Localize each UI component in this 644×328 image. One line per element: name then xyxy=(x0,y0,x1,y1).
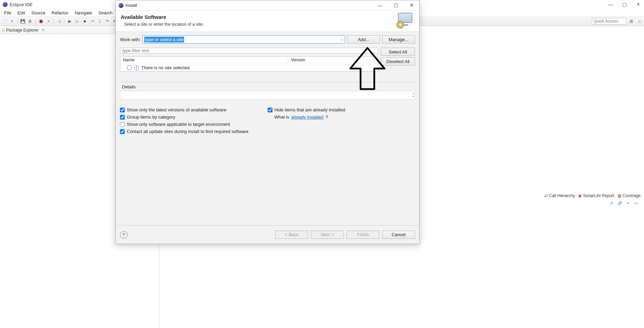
run-last-icon[interactable]: ▷ xyxy=(74,18,80,24)
menu-file[interactable]: File xyxy=(1,10,14,16)
menu-edit[interactable]: Edit xyxy=(15,10,28,16)
back-icon[interactable]: ◁ xyxy=(56,18,62,24)
step-icon[interactable]: ⤵ xyxy=(97,18,103,24)
java-perspective-icon[interactable]: ♨ xyxy=(636,18,643,24)
check-target-env[interactable]: Show only software applicable to target … xyxy=(120,122,268,127)
dialog-title: Install xyxy=(125,3,137,8)
eclipse-icon xyxy=(3,2,8,7)
dialog-maximize-button[interactable]: ☐ xyxy=(391,2,401,9)
dialog-close-button[interactable]: × xyxy=(407,2,416,9)
menu-chevron-icon[interactable]: ▾ xyxy=(625,200,631,206)
install-dialog: Install — ☐ × Available Software Select … xyxy=(116,0,420,244)
cancel-button[interactable]: Cancel xyxy=(382,231,415,239)
eclipse-title: Eclipse IDE xyxy=(10,2,33,7)
new-icon[interactable]: 📄 xyxy=(1,18,8,24)
run-icon[interactable]: ▶ xyxy=(66,18,73,24)
add-button[interactable]: Add... xyxy=(347,35,380,44)
dialog-heading: Available Software xyxy=(121,14,414,20)
finish-button: Finish xyxy=(347,231,379,239)
chevron-down-icon[interactable]: ▾ xyxy=(9,18,15,24)
chevron-down-icon[interactable]: ▾ xyxy=(45,18,51,24)
check-contact-sites-box[interactable] xyxy=(120,129,125,134)
check-hide-installed-box[interactable] xyxy=(268,108,272,112)
details-spinner[interactable]: ▴▾ xyxy=(413,92,414,98)
select-all-button[interactable]: Select All xyxy=(381,48,415,56)
export-icon[interactable]: ↗ xyxy=(608,200,615,206)
menu-search[interactable]: Search xyxy=(96,10,115,16)
package-explorer-label: Package Explorer xyxy=(6,28,39,33)
dialog-subheading: Select a site or enter the location of a… xyxy=(121,22,414,27)
tree-empty-row: i There is no site selected. xyxy=(120,64,378,71)
stop-icon[interactable]: ■ xyxy=(82,18,88,24)
work-with-label: Work with: xyxy=(120,37,141,42)
help-button[interactable]: ? xyxy=(120,231,127,239)
bottom-view-tabs: ⇄Call Hierarchy ◉SonarLint Report ▦Cover… xyxy=(544,193,641,198)
dialog-header: Available Software Select a site or ente… xyxy=(116,11,419,32)
eclipse-icon xyxy=(119,3,123,8)
column-version[interactable]: Version xyxy=(288,57,378,64)
skip-icon[interactable]: ⭲ xyxy=(89,18,95,24)
tree-empty-message: There is no site selected. xyxy=(141,65,191,70)
check-show-latest-box[interactable] xyxy=(120,108,125,112)
options-grid: Show only the latest versions of availab… xyxy=(120,107,415,134)
close-button[interactable]: × xyxy=(635,1,641,8)
manage-button[interactable]: Manage... xyxy=(382,35,415,44)
eclipse-window-controls: — ▢ × xyxy=(608,1,641,8)
tab-coverage[interactable]: ▦Coverage xyxy=(618,193,641,198)
check-hide-installed[interactable]: Hide items that are already installed xyxy=(268,107,415,112)
work-with-selected-text: type or select a site xyxy=(144,37,184,42)
back-button: < Back xyxy=(275,231,308,239)
perspective-icon[interactable]: ⊞ xyxy=(628,18,634,24)
filter-input[interactable] xyxy=(120,48,378,53)
minimize-button[interactable]: — xyxy=(608,1,614,8)
check-group-category-box[interactable] xyxy=(120,115,125,120)
link-icon[interactable]: 🔗 xyxy=(617,200,623,206)
column-name[interactable]: Name xyxy=(120,57,288,64)
dialog-minimize-button[interactable]: — xyxy=(375,2,385,9)
chevron-down-icon[interactable]: ⌄ xyxy=(340,37,343,41)
deselect-all-button[interactable]: Deselect All xyxy=(381,57,415,65)
tree-row-checkbox[interactable] xyxy=(127,65,132,70)
details-text[interactable]: ▴▾ xyxy=(120,91,415,100)
already-installed-link[interactable]: already installed xyxy=(291,114,324,120)
check-target-env-box[interactable] xyxy=(120,122,125,127)
package-icon: ⁞⁞ xyxy=(2,28,5,33)
minimize-view-icon[interactable]: ▭ xyxy=(633,200,639,206)
menu-source[interactable]: Source xyxy=(28,10,48,16)
dialog-titlebar[interactable]: Install — ☐ × xyxy=(116,0,419,11)
info-icon: i xyxy=(134,65,139,70)
next-button: Next > xyxy=(311,231,344,239)
check-contact-sites[interactable]: Contact all update sites during install … xyxy=(120,129,415,134)
check-show-latest[interactable]: Show only the latest versions of availab… xyxy=(120,107,268,112)
save-all-icon[interactable]: 🗎 xyxy=(27,18,33,24)
software-tree[interactable]: Name Version i There is no site selected… xyxy=(120,56,378,72)
menu-navigate[interactable]: Navigate xyxy=(72,10,95,16)
details-label: Details xyxy=(120,84,415,90)
what-is-installed: What is already installed ? xyxy=(268,114,415,120)
tree-header: Name Version xyxy=(120,57,378,64)
tab-sonarlint-report[interactable]: ◉SonarLint Report xyxy=(578,193,614,198)
sonar-icon: ◉ xyxy=(578,193,582,198)
step-over-icon[interactable]: ↷ xyxy=(104,18,110,24)
quick-access-input[interactable]: Quick Access xyxy=(592,18,626,25)
save-icon[interactable]: 💾 xyxy=(20,18,26,24)
tab-call-hierarchy[interactable]: ⇄Call Hierarchy xyxy=(544,193,575,198)
hierarchy-icon: ⇄ xyxy=(544,193,548,198)
check-group-category[interactable]: Group items by category xyxy=(120,114,268,120)
view-toolbar: ↗ 🔗 ▾ ▭ xyxy=(608,200,639,206)
install-wizard-icon xyxy=(398,13,415,30)
coverage-icon: ▦ xyxy=(618,193,621,198)
work-with-combo[interactable]: type or select a site ⌄ xyxy=(143,35,345,44)
details-section: Details ▴▾ xyxy=(120,82,415,100)
debug-icon[interactable]: 🐞 xyxy=(38,18,44,24)
menu-refactor[interactable]: Refactor xyxy=(49,10,71,16)
maximize-button[interactable]: ▢ xyxy=(621,1,628,8)
close-tab-icon[interactable]: ✕ xyxy=(41,28,45,32)
dialog-footer: ? < Back Next > Finish Cancel xyxy=(116,225,419,244)
work-with-row: Work with: type or select a site ⌄ Add..… xyxy=(120,35,415,44)
